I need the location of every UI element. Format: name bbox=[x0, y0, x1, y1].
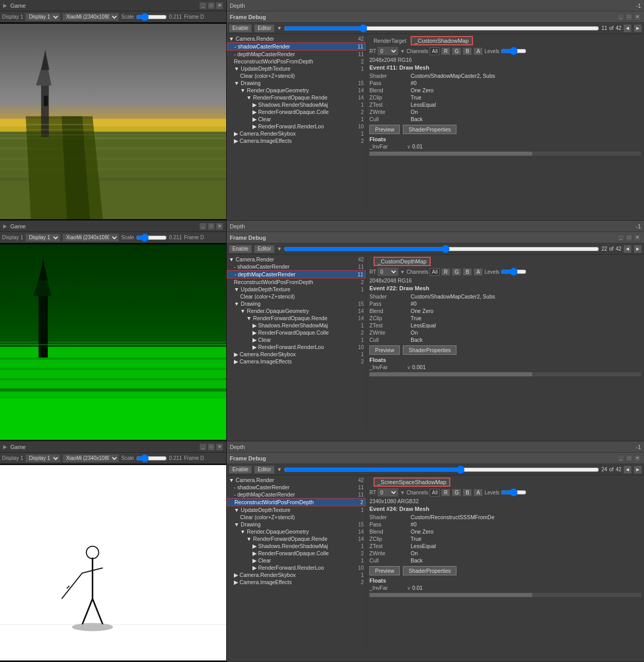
shader-props-btn-3[interactable]: ShaderProperties bbox=[403, 566, 456, 575]
tree-item-3-11[interactable]: ▶ Clear 1 bbox=[227, 557, 366, 564]
fd-max-3[interactable]: □ bbox=[625, 455, 633, 462]
fd-close-1[interactable]: ✕ bbox=[634, 13, 641, 21]
levels-slider-1[interactable] bbox=[501, 48, 527, 54]
preview-btn-2[interactable]: Preview bbox=[369, 345, 400, 355]
display-dropdown-1[interactable]: Display 1 bbox=[25, 13, 60, 21]
tree-item-2-13[interactable]: ▶ Camera.RenderSkybox 1 bbox=[227, 351, 366, 358]
channel-b-2[interactable]: B bbox=[463, 268, 472, 276]
scale-slider-2[interactable] bbox=[136, 235, 167, 241]
channel-a-3[interactable]: A bbox=[473, 489, 483, 496]
channel-all-1[interactable]: All bbox=[430, 47, 439, 55]
preview-btn-1[interactable]: Preview bbox=[369, 125, 400, 134]
tree-item-3-14[interactable]: ▶ Camera.ImageEffects 2 bbox=[227, 578, 366, 586]
fd-min-3[interactable]: _ bbox=[617, 455, 624, 462]
next-frame-2[interactable]: ► bbox=[634, 245, 642, 253]
tree-item-1-12[interactable]: ▶ RenderForward.RenderLoo 10 bbox=[227, 123, 366, 130]
prev-frame-2[interactable]: ◄ bbox=[623, 245, 632, 253]
shader-props-btn-1[interactable]: ShaderProperties bbox=[403, 125, 456, 134]
levels-slider-3[interactable] bbox=[501, 489, 527, 495]
editor-btn-3[interactable]: Editor bbox=[254, 466, 275, 474]
scrollbar-2[interactable] bbox=[369, 372, 641, 376]
tree-item-1-0[interactable]: ▼ Camera.Render 42 bbox=[227, 35, 366, 42]
channel-a-1[interactable]: A bbox=[473, 47, 483, 55]
fd-max-2[interactable]: □ bbox=[625, 234, 633, 241]
channel-r-3[interactable]: R bbox=[441, 489, 450, 496]
tree-item-2-10[interactable]: ▶ RenderForwardOpaque.Colle 2 bbox=[227, 329, 366, 336]
tree-item-3-2[interactable]: - depthMapCasterRender 11 bbox=[227, 491, 366, 498]
tree-item-1-2[interactable]: - depthMapCasterRender 11 bbox=[227, 51, 366, 58]
display-dropdown-2[interactable]: Display 1 bbox=[25, 234, 60, 242]
tree-item-3-7[interactable]: ▼ Render.OpaqueGeometry 14 bbox=[227, 528, 366, 535]
channel-b-3[interactable]: B bbox=[463, 489, 472, 496]
display-dropdown-3[interactable]: Display 1 bbox=[25, 454, 60, 462]
resolution-dropdown-2[interactable]: XiaoMi (2340x1080) bbox=[62, 234, 119, 242]
resolution-dropdown-1[interactable]: XiaoMi (2340x1080) bbox=[62, 13, 119, 21]
tree-item-2-9[interactable]: ▶ Shadows.RenderShadowMaj 1 bbox=[227, 322, 366, 329]
editor-btn-2[interactable]: Editor bbox=[254, 245, 275, 253]
tree-item-2-14[interactable]: ▶ Camera.ImageEffects 2 bbox=[227, 358, 366, 365]
levels-slider-2[interactable] bbox=[501, 269, 527, 275]
tree-item-1-3[interactable]: ReconstructWorldPosFromDepth 2 bbox=[227, 58, 366, 65]
tree-item-2-0[interactable]: ▼ Camera.Render 42 bbox=[227, 256, 366, 263]
rt-dropdown-1[interactable]: 0 bbox=[378, 47, 398, 55]
tree-item-2-5[interactable]: Clear (color+Z+stencil) bbox=[227, 293, 366, 300]
editor-btn-1[interactable]: Editor bbox=[254, 24, 275, 32]
maximize-btn-3[interactable]: □ bbox=[208, 443, 215, 451]
tree-item-1-1[interactable]: - shadowCasterRender 11 bbox=[227, 42, 366, 51]
tree-item-2-7[interactable]: ▼ Render.OpaqueGeometry 14 bbox=[227, 307, 366, 315]
tree-item-2-3[interactable]: ReconstructWorldPosFromDepth 2 bbox=[227, 278, 366, 286]
tree-item-2-11[interactable]: ▶ Clear 1 bbox=[227, 336, 366, 343]
tree-item-1-9[interactable]: ▶ Shadows.RenderShadowMaj 1 bbox=[227, 101, 366, 108]
channel-g-2[interactable]: G bbox=[452, 268, 461, 276]
tree-item-3-10[interactable]: ▶ RenderForwardOpaque.Colle 2 bbox=[227, 550, 366, 557]
scrollbar-3[interactable] bbox=[369, 593, 641, 597]
tree-item-2-8[interactable]: ▼ RenderForwardOpaque.Rende 14 bbox=[227, 315, 366, 322]
tree-item-2-1[interactable]: - shadowCasterRender 11 bbox=[227, 263, 366, 270]
close-btn-1[interactable]: ✕ bbox=[216, 2, 223, 9]
tree-item-1-13[interactable]: ▶ Camera.RenderSkybox 1 bbox=[227, 130, 366, 137]
fd-min-2[interactable]: _ bbox=[617, 234, 624, 241]
maximize-btn-2[interactable]: □ bbox=[208, 223, 215, 230]
rt-dropdown-3[interactable]: 0 bbox=[378, 488, 398, 496]
resolution-dropdown-3[interactable]: XiaoMi (2340x1080) bbox=[62, 454, 119, 462]
next-frame-3[interactable]: ► bbox=[634, 466, 642, 474]
prev-frame-3[interactable]: ◄ bbox=[623, 466, 632, 474]
channel-a-2[interactable]: A bbox=[473, 268, 483, 276]
tree-item-2-6[interactable]: ▼ Drawing 15 bbox=[227, 300, 366, 307]
preview-btn-3[interactable]: Preview bbox=[369, 566, 400, 575]
channel-g-1[interactable]: G bbox=[452, 47, 461, 55]
channel-r-2[interactable]: R bbox=[441, 268, 450, 276]
minimize-btn-3[interactable]: _ bbox=[199, 443, 207, 451]
tree-item-1-4[interactable]: ▼ UpdateDepthTexture 1 bbox=[227, 65, 366, 72]
frame-slider-2[interactable] bbox=[284, 246, 599, 252]
scale-slider-1[interactable] bbox=[136, 14, 167, 20]
tree-item-1-11[interactable]: ▶ Clear 1 bbox=[227, 115, 366, 123]
tree-item-3-3[interactable]: ReconstructWorldPosFromDepth 2 bbox=[227, 498, 366, 506]
tree-item-1-10[interactable]: ▶ RenderForwardOpaque.Colle 2 bbox=[227, 108, 366, 115]
tree-item-1-7[interactable]: ▼ Render.OpaqueGeometry 14 bbox=[227, 87, 366, 94]
channel-b-1[interactable]: B bbox=[463, 47, 472, 55]
tree-item-3-12[interactable]: ▶ RenderForward.RenderLoo 10 bbox=[227, 564, 366, 571]
tree-item-1-6[interactable]: ▼ Drawing 15 bbox=[227, 79, 366, 87]
minimize-btn-2[interactable]: _ bbox=[199, 223, 207, 230]
tree-item-1-5[interactable]: Clear (color+Z+stencil) bbox=[227, 72, 366, 79]
channel-all-3[interactable]: All bbox=[430, 489, 439, 496]
frame-slider-1[interactable] bbox=[284, 25, 599, 31]
tree-item-2-2[interactable]: - depthMapCasterRender 11 bbox=[227, 270, 366, 278]
frame-slider-3[interactable] bbox=[284, 467, 599, 473]
close-btn-3[interactable]: ✕ bbox=[216, 443, 223, 451]
scrollbar-1[interactable] bbox=[369, 152, 641, 156]
close-btn-2[interactable]: ✕ bbox=[216, 223, 223, 230]
rt-dropdown-2[interactable]: 0 bbox=[378, 268, 398, 276]
tree-item-2-12[interactable]: ▶ RenderForward.RenderLoo 10 bbox=[227, 343, 366, 351]
tree-item-3-6[interactable]: ▼ Drawing 15 bbox=[227, 521, 366, 528]
fd-close-3[interactable]: ✕ bbox=[634, 455, 641, 462]
prev-frame-1[interactable]: ◄ bbox=[623, 24, 632, 32]
tree-item-3-0[interactable]: ▼ Camera.Render 42 bbox=[227, 476, 366, 484]
tree-item-1-8[interactable]: ▼ RenderForwardOpaque.Rende 14 bbox=[227, 94, 366, 101]
fd-close-2[interactable]: ✕ bbox=[634, 234, 641, 241]
tree-item-1-14[interactable]: ▶ Camera.ImageEffects 2 bbox=[227, 137, 366, 144]
channel-all-2[interactable]: All bbox=[430, 268, 439, 276]
tree-item-3-1[interactable]: - shadowCasterRender 11 bbox=[227, 484, 366, 491]
maximize-btn-1[interactable]: □ bbox=[208, 2, 215, 9]
